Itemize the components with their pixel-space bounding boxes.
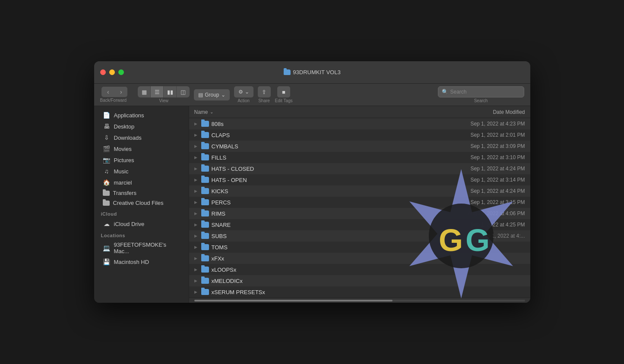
row-expand-icon[interactable]: ▶ [194, 223, 201, 227]
main-content: 📄 Applications 🖶 Desktop ⇩ Downloads 🎬 M… [94, 106, 530, 303]
column-view-button[interactable]: ▮▮ [164, 86, 177, 97]
share-button[interactable]: ⇧ [258, 86, 271, 97]
sidebar-item-transfers[interactable]: Transfers [96, 188, 187, 198]
file-list-header: Name ⌄ Date Modified [189, 106, 530, 118]
table-row[interactable]: ▶ CLAPS Sep 1, 2022 at 2:01 PM [189, 129, 530, 141]
back-button[interactable]: ‹ [101, 87, 114, 97]
file-date: Sep 1, 2022 at 2:01 PM [439, 132, 525, 138]
file-name: RIMS [212, 210, 439, 217]
date-column-header[interactable]: Date Modified [439, 109, 525, 115]
sidebar-item-label: Movies [114, 146, 132, 152]
sidebar-item-pictures[interactable]: 📷 Pictures [96, 154, 187, 166]
row-expand-icon[interactable]: ▶ [194, 166, 201, 171]
row-expand-icon[interactable]: ▶ [194, 211, 201, 216]
row-expand-icon[interactable]: ▶ [194, 122, 201, 126]
file-list: ▶ 808s Sep 1, 2022 at 4:23 PM ▶ CLAPS Se… [189, 118, 530, 298]
table-row[interactable]: ▶ xSERUM PRESETSx [189, 286, 530, 298]
sidebar-item-creative-cloud[interactable]: Creative Cloud Files [96, 198, 187, 208]
row-expand-icon[interactable]: ▶ [194, 267, 201, 272]
sidebar-item-applications[interactable]: 📄 Applications [96, 110, 187, 121]
file-name: CLAPS [212, 132, 439, 138]
sidebar-item-label: Pictures [114, 157, 134, 163]
table-row[interactable]: ▶ xLOOPSx [189, 264, 530, 275]
file-name: xMELODICx [212, 278, 439, 284]
table-row[interactable]: ▶ KICKS Sep 1, 2022 at 4:24 PM [189, 185, 530, 197]
group-chevron-icon: ⌄ [221, 92, 225, 98]
sidebar-item-label: Downloads [114, 135, 142, 141]
sidebar-item-label: Applications [114, 112, 144, 119]
maximize-button[interactable] [118, 69, 124, 75]
sidebar-item-downloads[interactable]: ⇩ Downloads [96, 132, 187, 143]
search-icon: 🔍 [442, 89, 448, 95]
finder-window: 93DRUMKIT VOL3 ‹ › Back/Forward ▦ ☰ ▮▮ ◫… [94, 61, 530, 303]
folder-icon [201, 121, 209, 127]
sidebar-item-icloud-drive[interactable]: ☁ iCloud Drive [96, 218, 187, 229]
minimize-button[interactable] [109, 69, 115, 75]
table-row[interactable]: ▶ 808s Sep 1, 2022 at 4:23 PM [189, 118, 530, 129]
name-column-label: Name [194, 109, 208, 115]
sidebar-item-movies[interactable]: 🎬 Movies [96, 143, 187, 154]
folder-icon [201, 177, 209, 183]
row-expand-icon[interactable]: ▶ [194, 279, 201, 283]
edit-tags-button[interactable]: ■ [277, 86, 290, 97]
table-row[interactable]: ▶ SUBS Sep 1, 2022 at 4:... [189, 230, 530, 242]
action-chevron-icon: ⌄ [245, 89, 249, 95]
row-expand-icon[interactable]: ▶ [194, 178, 201, 182]
sidebar-item-label: iCloud Drive [114, 221, 145, 227]
row-expand-icon[interactable]: ▶ [194, 234, 201, 238]
edit-tags-label: Edit Tags [275, 98, 293, 103]
folder-icon [201, 188, 209, 194]
toolbar: ‹ › Back/Forward ▦ ☰ ▮▮ ◫ View ▤ Group ⌄ [94, 84, 530, 106]
row-expand-icon[interactable]: ▶ [194, 144, 201, 148]
folder-icon [201, 255, 209, 261]
icon-view-button[interactable]: ▦ [138, 86, 151, 97]
music-icon: ♫ [103, 167, 111, 175]
view-section: ▦ ☰ ▮▮ ◫ View [138, 86, 190, 103]
row-expand-icon[interactable]: ▶ [194, 133, 201, 137]
sidebar-item-home[interactable]: 🏠 marciel [96, 177, 187, 188]
row-expand-icon[interactable]: ▶ [194, 200, 201, 204]
sort-chevron-icon: ⌄ [210, 110, 213, 114]
row-expand-icon[interactable]: ▶ [194, 256, 201, 260]
sidebar-item-music[interactable]: ♫ Music [96, 166, 187, 177]
folder-icon [201, 166, 209, 172]
file-date: Sep 1, 2022 at 4:23 PM [439, 121, 525, 127]
sidebar-item-label: Macintosh HD [114, 259, 149, 265]
row-expand-icon[interactable]: ▶ [194, 189, 201, 193]
table-row[interactable]: ▶ TOMS [189, 242, 530, 253]
transfers-folder-icon [103, 191, 110, 196]
scrollbar-thumb[interactable] [194, 300, 393, 301]
action-button[interactable]: ⚙ ⌄ [234, 86, 253, 97]
table-row[interactable]: ▶ xMELODICx [189, 275, 530, 286]
scrollbar-track[interactable] [194, 300, 525, 301]
table-row[interactable]: ▶ CYMBALS Sep 1, 2022 at 3:09 PM [189, 141, 530, 152]
table-row[interactable]: ▶ FILLS Sep 1, 2022 at 3:10 PM [189, 152, 530, 163]
file-name: HATS - OPEN [212, 177, 439, 183]
edit-tags-section: ■ Edit Tags [275, 86, 293, 103]
sidebar-item-desktop[interactable]: 🖶 Desktop [96, 121, 187, 132]
table-row[interactable]: ▶ RIMS Aug 26, 2022 at 4:06 PM [189, 208, 530, 219]
table-row[interactable]: ▶ SNARE Sep 1, 2022 at 4:25 PM [189, 219, 530, 230]
forward-button[interactable]: › [114, 87, 127, 97]
row-expand-icon[interactable]: ▶ [194, 290, 201, 294]
sidebar-item-macintosh-hd[interactable]: 💾 Macintosh HD [96, 256, 187, 267]
table-row[interactable]: ▶ HATS - CLOSED Sep 1, 2022 at 4:24 PM [189, 163, 530, 174]
folder-icon [201, 222, 209, 228]
list-view-button[interactable]: ☰ [151, 86, 164, 97]
folder-icon [201, 267, 209, 273]
name-column-header[interactable]: Name ⌄ [194, 109, 439, 115]
table-row[interactable]: ▶ xFXx [189, 253, 530, 264]
file-name: xFXx [212, 255, 439, 262]
row-expand-icon[interactable]: ▶ [194, 245, 201, 249]
desktop-icon: 🖶 [103, 122, 111, 130]
table-row[interactable]: ▶ HATS - OPEN Sep 1, 2022 at 3:14 PM [189, 174, 530, 185]
creative-cloud-folder-icon [103, 201, 110, 206]
search-bar[interactable]: 🔍 Search [438, 86, 524, 97]
group-button[interactable]: ▤ Group ⌄ [194, 89, 229, 100]
gallery-view-button[interactable]: ◫ [177, 86, 190, 97]
search-placeholder: Search [450, 89, 467, 95]
row-expand-icon[interactable]: ▶ [194, 155, 201, 160]
table-row[interactable]: ▶ PERCS Sep 1, 2022 at 3:15 PM [189, 197, 530, 208]
close-button[interactable] [100, 69, 106, 75]
sidebar-item-mac[interactable]: 💻 93FEETOFSMOKE's Mac... [96, 240, 187, 256]
